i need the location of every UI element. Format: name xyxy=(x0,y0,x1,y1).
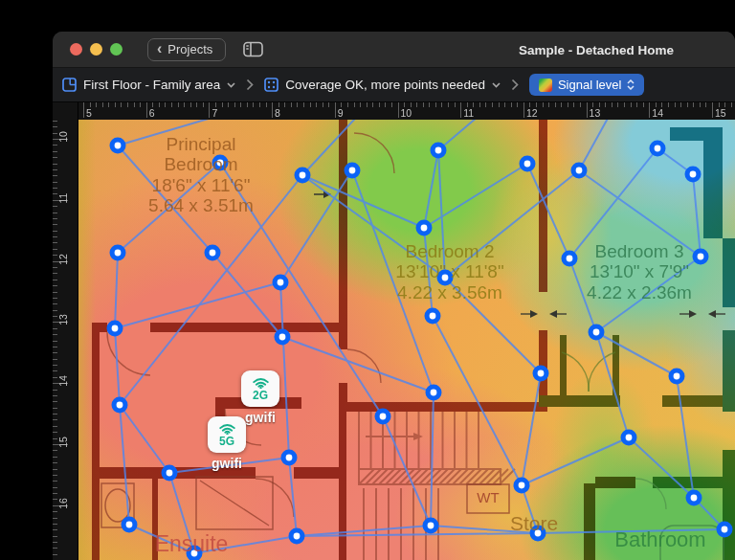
ap-band-label: 5G xyxy=(219,436,234,447)
sidebar-icon xyxy=(243,41,263,57)
room-label-bedroom-3: Bedroom 313'10" x 7'9"4.22 x 2.36m xyxy=(587,241,692,302)
floor-plan-labels: PrincipalBedroom18'6" x 11'6"5.64 x 3.51… xyxy=(78,120,735,560)
room-label-store: Store xyxy=(510,512,558,535)
ruler-left-label: 14 xyxy=(57,372,69,390)
ruler-vertical: 10111213141516 xyxy=(53,120,78,560)
minimize-window-button[interactable] xyxy=(90,43,102,56)
breadcrumb-area-label: First Floor - Family area xyxy=(83,78,220,92)
chevron-down-icon xyxy=(492,82,501,88)
ap-marker-5g[interactable]: 5G xyxy=(208,416,246,453)
survey-points-icon xyxy=(264,78,278,92)
zoom-window-button[interactable] xyxy=(110,43,122,56)
room-label-principal-bedroom: PrincipalBedroom18'6" x 11'6"5.64 x 3.51… xyxy=(148,134,254,215)
ruler-top-label: 8 xyxy=(275,107,280,119)
ruler-top-label: 12 xyxy=(526,107,538,119)
chevron-left-icon: ‹ xyxy=(157,44,162,54)
floor-plan-canvas[interactable]: PrincipalBedroom18'6" x 11'6"5.64 x 3.51… xyxy=(78,120,735,560)
ruler-left-label: 10 xyxy=(57,128,69,146)
back-to-projects-button[interactable]: ‹ Projects xyxy=(147,38,226,61)
ruler-horizontal: 56789101112131415 xyxy=(78,102,735,120)
ruler-row: 56789101112131415 xyxy=(53,102,735,120)
ap-marker-2g[interactable]: 2G xyxy=(241,370,279,407)
ruler-left-label: 16 xyxy=(57,495,69,512)
wifi-icon xyxy=(250,377,272,389)
app-window: ‹ Projects Sample - Detached Home First … xyxy=(53,32,735,560)
room-label-bathroom: Bathroom xyxy=(614,528,705,552)
breadcrumb-toolbar: First Floor - Family area Coverage OK, m… xyxy=(53,68,735,102)
ap-ssid-label: gwifi xyxy=(245,410,276,425)
ruler-top-label: 6 xyxy=(149,107,155,119)
wifi-icon xyxy=(216,423,238,435)
window-controls xyxy=(70,43,122,56)
room-label-wt: WT xyxy=(477,490,499,506)
ruler-corner xyxy=(53,102,78,120)
view-mode-selector[interactable]: Signal level xyxy=(529,74,645,96)
breadcrumb-status-dropdown[interactable]: Coverage OK, more points needed xyxy=(264,78,501,92)
ap-band-label: 2G xyxy=(253,390,268,401)
view-mode-label: Signal level xyxy=(558,78,622,92)
ruler-top-label: 13 xyxy=(590,107,601,119)
sidebar-toggle-button[interactable] xyxy=(243,41,263,57)
ruler-top-label: 15 xyxy=(715,107,726,119)
chevron-down-icon xyxy=(227,82,235,88)
floor-plan-icon xyxy=(62,78,77,92)
up-down-chevron-icon xyxy=(627,79,635,90)
breadcrumb-area-dropdown[interactable]: First Floor - Family area xyxy=(62,78,235,92)
room-label-bedroom-2: Bedroom 213'10" x 11'8"4.22 x 3.56m xyxy=(395,241,503,302)
breadcrumb-separator xyxy=(246,78,254,91)
ruler-top-label: 10 xyxy=(401,107,412,119)
close-window-button[interactable] xyxy=(70,43,82,56)
ruler-left-label: 12 xyxy=(57,251,69,268)
ruler-left-label: 15 xyxy=(57,434,69,451)
signal-gradient-icon xyxy=(539,78,552,92)
ruler-top-label: 14 xyxy=(652,107,663,119)
ruler-top-label: 7 xyxy=(212,107,217,119)
breadcrumb-separator xyxy=(511,78,519,91)
title-bar: ‹ Projects Sample - Detached Home xyxy=(53,32,735,68)
room-label-ensuite: Ensuite xyxy=(155,532,229,557)
ruler-top-label: 9 xyxy=(338,107,344,119)
window-title: Sample - Detached Home xyxy=(519,32,674,68)
ruler-left-label: 11 xyxy=(57,190,69,207)
ruler-left-label: 13 xyxy=(57,311,69,328)
ruler-top-label: 5 xyxy=(86,107,92,119)
ap-ssid-label: gwifi xyxy=(212,456,242,471)
back-button-label: Projects xyxy=(167,42,212,56)
ruler-top-label: 11 xyxy=(463,107,474,119)
breadcrumb-status-label: Coverage OK, more points needed xyxy=(285,78,485,92)
